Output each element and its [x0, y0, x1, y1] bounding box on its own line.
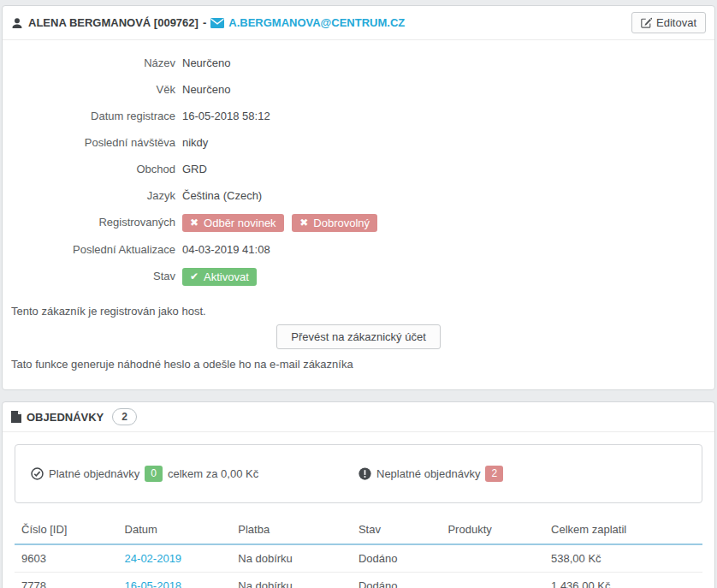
order-row: 9603 24-02-2019 Na dobírku Dodáno 538,00…: [15, 544, 702, 573]
field-row-last-update: Poslední Aktualizace 04-03-2019 41:08: [11, 241, 706, 258]
orders-table: Číslo [ID] Datum Platba Stav Produkty Ce…: [15, 515, 702, 588]
field-value: Neurčeno: [182, 80, 230, 98]
customer-panel-heading: ALENA BERGMANOVÁ [009762] - A.BERGMANOVA…: [3, 6, 714, 40]
order-id: 7778: [15, 573, 118, 588]
field-row-shop: Obchod GRD: [11, 160, 706, 178]
customer-title: ALENA BERGMANOVÁ [009762]: [28, 16, 199, 29]
field-row-status: Stav ✔Aktivovat: [11, 267, 706, 286]
field-label: Poslední Aktualizace: [11, 241, 182, 258]
valid-orders-summary: Platné objednávky 0 celkem za 0,00 Kč: [31, 466, 358, 482]
field-row-name: Název Neurčeno: [11, 54, 706, 72]
orders-count-badge: 2: [112, 408, 137, 425]
order-payment: Na dobírku: [231, 544, 352, 573]
order-id: 9603: [15, 544, 118, 573]
order-date-link[interactable]: 16-05-2018: [125, 579, 182, 588]
person-icon: [11, 17, 23, 29]
col-header-total: Celkem zaplatil: [544, 515, 702, 544]
customer-form: Název Neurčeno Věk Neurčeno Datum regist…: [3, 40, 714, 300]
field-value: Neurčeno: [182, 54, 230, 72]
customer-email: A.BERGMANOVA@CENTRUM.CZ: [228, 16, 405, 29]
field-value: 04-03-2019 41:08: [182, 241, 270, 258]
valid-orders-label: Platné objednávky: [49, 467, 139, 480]
order-total: 538,00 Kč: [544, 544, 702, 573]
field-value: 16-05-2018 58:12: [182, 107, 270, 125]
order-row: 7778 16-05-2018 Na dobírku Dodáno 1 436,…: [15, 573, 702, 588]
customer-panel: ALENA BERGMANOVÁ [009762] - A.BERGMANOVA…: [2, 5, 715, 390]
activate-badge-label: Aktivovat: [204, 270, 249, 283]
order-products: [441, 573, 544, 588]
newsletter-badge[interactable]: ✖Odběr novinek: [182, 214, 284, 232]
field-row-age: Věk Neurčeno: [11, 80, 706, 98]
registered-badges: ✖Odběr novinek ✖Dobrovolný: [182, 213, 377, 232]
invalid-orders-label: Neplatné objednávky: [376, 467, 480, 480]
edit-button-label: Editovat: [656, 16, 696, 29]
field-label: Obchod: [11, 160, 182, 178]
activate-badge[interactable]: ✔Aktivovat: [182, 268, 257, 286]
order-products: [441, 544, 544, 573]
orders-summary-box: Platné objednávky 0 celkem za 0,00 Kč Ne…: [15, 444, 702, 503]
field-label: Věk: [11, 80, 182, 98]
envelope-icon: [210, 18, 224, 28]
field-row-last-visit: Poslední návštěva nikdy: [11, 134, 706, 151]
field-value: GRD: [182, 160, 207, 178]
convert-note: Tato funkce generuje náhodné heslo a ode…: [11, 358, 714, 371]
orders-title: OBJEDNÁVKY: [27, 411, 104, 424]
edit-button[interactable]: Editovat: [631, 12, 706, 33]
optin-badge-label: Dobrovolný: [313, 217, 370, 229]
col-header-products: Produkty: [441, 515, 544, 544]
field-label: Název: [11, 54, 182, 72]
valid-orders-count: 0: [145, 466, 163, 482]
optin-badge[interactable]: ✖Dobrovolný: [292, 214, 377, 232]
orders-panel-heading: OBJEDNÁVKY 2: [3, 402, 714, 432]
invalid-orders-count: 2: [485, 466, 503, 482]
title-separator: -: [203, 16, 206, 29]
orders-table-wrap: Číslo [ID] Datum Platba Stav Produkty Ce…: [15, 515, 702, 588]
field-label: Stav: [11, 267, 182, 285]
col-header-payment: Platba: [231, 515, 352, 544]
field-label: Poslední návštěva: [11, 134, 182, 151]
orders-panel: OBJEDNÁVKY 2 Platné objednávky 0 celkem …: [2, 401, 715, 588]
field-row-registered: Registrovaných ✖Odběr novinek ✖Dobrovoln…: [11, 213, 706, 232]
order-payment: Na dobírku: [231, 573, 352, 588]
convert-button-row: Převést na zákaznický účet: [3, 324, 714, 349]
order-status: Dodáno: [352, 573, 441, 588]
order-date-link[interactable]: 24-02-2019: [125, 552, 182, 565]
edit-icon: [641, 17, 652, 28]
field-row-registration-date: Datum registrace 16-05-2018 58:12: [11, 107, 706, 125]
field-label: Registrovaných: [11, 213, 182, 231]
convert-to-account-button[interactable]: Převést na zákaznický účet: [276, 324, 441, 349]
col-header-date: Datum: [118, 515, 232, 544]
order-total: 1 436,00 Kč: [544, 573, 702, 588]
x-icon: ✖: [299, 217, 308, 229]
field-value: nikdy: [182, 134, 208, 151]
col-header-id: Číslo [ID]: [15, 515, 118, 544]
check-icon: ✔: [190, 270, 199, 283]
status-badge-wrap: ✔Aktivovat: [182, 267, 257, 286]
field-value: Čeština (Czech): [182, 187, 262, 205]
newsletter-badge-label: Odběr novinek: [204, 217, 276, 229]
file-icon: [11, 411, 21, 423]
field-row-language: Jazyk Čeština (Czech): [11, 187, 706, 205]
col-header-status: Stav: [352, 515, 441, 544]
field-label: Datum registrace: [11, 107, 182, 125]
customer-email-link[interactable]: A.BERGMANOVA@CENTRUM.CZ: [210, 16, 405, 29]
check-circle-icon: [31, 467, 44, 480]
order-status: Dodáno: [352, 544, 441, 573]
valid-orders-total: celkem za 0,00 Kč: [168, 467, 258, 480]
exclamation-circle-icon: [358, 467, 371, 480]
x-icon: ✖: [190, 217, 199, 229]
orders-header-row: Číslo [ID] Datum Platba Stav Produkty Ce…: [15, 515, 702, 544]
field-label: Jazyk: [11, 187, 182, 205]
guest-note: Tento zákazník je registrován jako host.: [11, 305, 714, 318]
invalid-orders-summary: Neplatné objednávky 2: [358, 466, 686, 482]
